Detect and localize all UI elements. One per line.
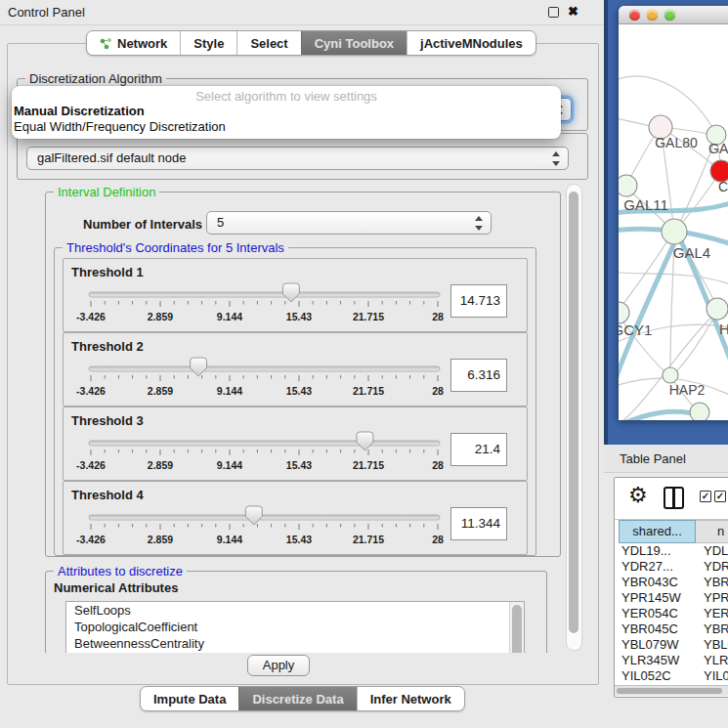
algorithm-group-title: Discretization Algorithm bbox=[25, 71, 166, 86]
top-tab-bar: Network Style Select Cyni Toolbox jActiv… bbox=[86, 30, 536, 56]
column-header-name[interactable]: n bbox=[696, 520, 728, 543]
float-icon[interactable] bbox=[548, 7, 559, 18]
threshold-3-row: Threshold 3 -3.4262.8599.14415.4321.7152… bbox=[63, 407, 528, 481]
dropdown-option-manual[interactable]: Manual Discretization bbox=[12, 104, 561, 119]
tab-style[interactable]: Style bbox=[180, 31, 236, 55]
checkbox-icon[interactable]: ✓ bbox=[700, 491, 711, 502]
table-row[interactable]: YLR345WYLR3 bbox=[619, 653, 728, 668]
svg-text:21.715: 21.715 bbox=[353, 311, 384, 322]
tab-jactivemnodules[interactable]: jActiveMNodules bbox=[407, 31, 535, 55]
dropdown-hint: Select algorithm to view settings bbox=[12, 89, 561, 104]
gear-icon[interactable]: ⚙ bbox=[628, 483, 648, 508]
close-icon[interactable]: ✖ bbox=[568, 4, 578, 19]
checkbox-icon[interactable]: ✓ bbox=[714, 491, 726, 502]
svg-text:H: H bbox=[719, 321, 728, 337]
interval-definition-title: Interval Definition bbox=[54, 185, 159, 199]
table-panel-body: ⚙ ✓ ✓ shared... n YDL19...YDL1YDR27...YD… bbox=[614, 477, 728, 698]
svg-text:9.144: 9.144 bbox=[217, 459, 242, 471]
panel-title: Control Panel bbox=[8, 5, 85, 20]
threshold-value-field[interactable]: 21.4 bbox=[450, 433, 507, 466]
table-row[interactable]: YBL079WYBL0 bbox=[619, 637, 728, 653]
table-row[interactable]: YIL052CYIL0 bbox=[619, 668, 728, 684]
numerical-attributes-list[interactable]: SelfLoopsTopologicalCoefficientBetweenne… bbox=[65, 601, 525, 653]
table-data-combobox[interactable]: galFiltered.sif default node bbox=[26, 147, 569, 170]
table-row[interactable]: YDR27...YDR2 bbox=[619, 559, 728, 575]
tab-label: jActiveMNodules bbox=[420, 36, 523, 51]
tab-label: Style bbox=[193, 36, 224, 51]
threshold-slider[interactable]: -3.4262.8599.14415.4321.71528 bbox=[85, 503, 456, 550]
attribute-item[interactable]: SelfLoops bbox=[66, 602, 524, 619]
tab-label: Infer Network bbox=[370, 692, 451, 707]
number-of-intervals-label: Number of Intervals bbox=[83, 217, 202, 232]
list-scrollbar[interactable] bbox=[509, 602, 524, 653]
svg-text:9.144: 9.144 bbox=[217, 385, 242, 397]
svg-text:15.43: 15.43 bbox=[286, 459, 312, 471]
minimize-traffic-light[interactable] bbox=[647, 10, 658, 21]
svg-text:21.715: 21.715 bbox=[353, 385, 384, 397]
table-data-value: galFiltered.sif default node bbox=[37, 150, 186, 165]
attribute-item[interactable]: BetweennessCentrality bbox=[66, 635, 524, 652]
svg-text:GCY1: GCY1 bbox=[619, 321, 652, 338]
split-columns-icon[interactable] bbox=[664, 487, 684, 509]
svg-text:2.859: 2.859 bbox=[148, 385, 173, 397]
close-traffic-light[interactable] bbox=[629, 10, 640, 21]
svg-text:-3.426: -3.426 bbox=[76, 534, 106, 545]
control-panel: Control Panel ✖ Network Style Select Cyn… bbox=[0, 0, 604, 728]
number-of-intervals-combobox[interactable]: 5 bbox=[206, 211, 492, 235]
threshold-slider[interactable]: -3.4262.8599.14415.4321.71528 bbox=[85, 355, 456, 402]
threshold-value-field[interactable]: 14.713 bbox=[450, 284, 507, 318]
column-header-shared-name[interactable]: shared... bbox=[619, 520, 696, 543]
threshold-value-field[interactable]: 11.344 bbox=[450, 507, 507, 540]
attributes-group-title: Attributes to discretize bbox=[54, 564, 187, 578]
threshold-label: Threshold 3 bbox=[71, 413, 144, 428]
network-window-titlebar[interactable] bbox=[619, 6, 728, 24]
svg-text:9.144: 9.144 bbox=[217, 311, 242, 322]
tab-label: Discretize Data bbox=[252, 692, 343, 707]
table-row[interactable]: YPR145WYPR1 bbox=[619, 590, 728, 606]
tab-infer-network[interactable]: Infer Network bbox=[357, 687, 464, 710]
svg-text:28: 28 bbox=[432, 385, 444, 397]
combo-spinner-icon bbox=[552, 151, 561, 166]
tab-select[interactable]: Select bbox=[236, 31, 300, 55]
table-row[interactable]: YBR045CYBR0 bbox=[619, 621, 728, 637]
tab-cyni-toolbox[interactable]: Cyni Toolbox bbox=[301, 31, 407, 55]
tab-impute-data[interactable]: Impute Data bbox=[141, 687, 238, 710]
table-panel-titlebar: Table Panel bbox=[604, 445, 728, 473]
apply-button[interactable]: Apply bbox=[247, 655, 310, 676]
svg-text:-3.426: -3.426 bbox=[76, 311, 106, 322]
svg-text:9.144: 9.144 bbox=[217, 534, 242, 545]
svg-text:28: 28 bbox=[432, 459, 444, 471]
svg-text:C: C bbox=[718, 179, 728, 194]
number-of-intervals-value: 5 bbox=[217, 215, 224, 230]
thresholds-group: Threshold's Coordinates for 5 Intervals … bbox=[54, 247, 536, 556]
threshold-slider[interactable]: -3.4262.8599.14415.4321.71528 bbox=[85, 429, 456, 476]
tab-network[interactable]: Network bbox=[87, 31, 180, 55]
table-horizontal-scrollbar[interactable] bbox=[615, 685, 728, 696]
network-canvas[interactable]: GAL80GALCGAL11GAL4GCY1HHAP2 bbox=[619, 23, 728, 420]
dropdown-option-equal-width[interactable]: Equal Width/Frequency Discretization bbox=[12, 119, 561, 135]
table-row[interactable]: YBR043CYBR0 bbox=[619, 575, 728, 590]
svg-text:15.43: 15.43 bbox=[286, 311, 312, 322]
threshold-2-row: Threshold 2 -3.4262.8599.14415.4321.7152… bbox=[63, 332, 528, 407]
zoom-traffic-light[interactable] bbox=[664, 10, 675, 21]
attribute-item[interactable]: TopologicalCoefficient bbox=[66, 619, 524, 635]
combo-spinner-icon bbox=[475, 216, 484, 231]
threshold-value-field[interactable]: 6.316 bbox=[450, 359, 507, 392]
svg-text:2.859: 2.859 bbox=[148, 311, 173, 322]
svg-text:HAP2: HAP2 bbox=[669, 382, 706, 398]
table-row[interactable]: YDL19...YDL1 bbox=[619, 543, 728, 559]
numerical-attributes-label: Numerical Attributes bbox=[54, 580, 178, 595]
settings-scrollbar[interactable] bbox=[566, 184, 582, 651]
table-row[interactable]: YER054CYER0 bbox=[619, 606, 728, 621]
svg-text:-3.426: -3.426 bbox=[76, 459, 106, 471]
threshold-slider[interactable]: -3.4262.8599.14415.4321.71528 bbox=[85, 280, 456, 327]
threshold-label: Threshold 4 bbox=[71, 488, 144, 502]
svg-text:GAL: GAL bbox=[708, 141, 728, 156]
settings-viewport: Interval Definition Number of Intervals … bbox=[16, 180, 566, 653]
tab-discretize-data[interactable]: Discretize Data bbox=[238, 687, 356, 710]
table-rows: YDL19...YDL1YDR27...YDR2YBR043CYBR0YPR14… bbox=[619, 543, 728, 684]
network-graph[interactable]: GAL80GALCGAL11GAL4GCY1HHAP2 bbox=[619, 23, 728, 420]
svg-text:GAL4: GAL4 bbox=[673, 244, 710, 261]
svg-text:15.43: 15.43 bbox=[286, 385, 312, 397]
svg-text:GAL80: GAL80 bbox=[655, 135, 698, 150]
